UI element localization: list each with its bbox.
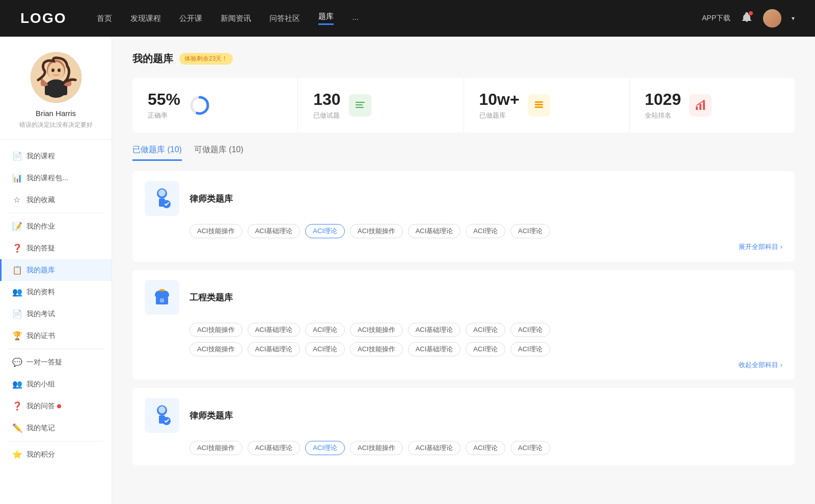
sidebar-item-certificate[interactable]: 🏆 我的证书 xyxy=(0,325,112,347)
content-area: 我的题库 体验剩余23天！ 55% 正确率 xyxy=(112,37,815,504)
tag-eng-9[interactable]: ACI基础理论 xyxy=(248,342,301,356)
sidebar-divider-2 xyxy=(8,349,103,349)
sidebar-item-package[interactable]: 📊 我的课程包... xyxy=(0,167,112,189)
tag-eng-3[interactable]: ACI理论 xyxy=(305,323,345,337)
svg-rect-24 xyxy=(160,298,164,302)
sidebar: Brian Harris 错误的决定比没有决定要好 📄 我的课程 📊 我的课程包… xyxy=(0,37,112,504)
sidebar-label-group: 我的小组 xyxy=(26,380,55,389)
tag-eng-14[interactable]: ACI理论 xyxy=(510,342,550,356)
nav-qa[interactable]: 问答社区 xyxy=(269,14,300,23)
tag-lawyer1-7[interactable]: ACI理论 xyxy=(510,224,550,238)
collapse-engineer[interactable]: 收起全部科目 › xyxy=(145,360,782,370)
sidebar-item-tutor[interactable]: 💬 一对一答疑 xyxy=(0,351,112,373)
tab-done-banks[interactable]: 已做题库 (10) xyxy=(132,145,182,161)
svg-point-4 xyxy=(58,69,61,72)
tag-lawyer2-6[interactable]: ACI理论 xyxy=(466,441,505,455)
tag-lawyer1-3[interactable]: ACI理论 xyxy=(305,224,345,238)
tag-eng-7[interactable]: ACI理论 xyxy=(510,323,550,337)
tag-eng-10[interactable]: ACI理论 xyxy=(305,342,345,356)
sidebar-item-notes[interactable]: ✏️ 我的笔记 xyxy=(0,417,112,439)
tag-lawyer2-2[interactable]: ACI基础理论 xyxy=(248,441,301,455)
course-icon: 📄 xyxy=(12,151,21,161)
page-title: 我的题库 xyxy=(132,52,173,66)
list-yellow-icon xyxy=(528,94,550,117)
tag-lawyer2-5[interactable]: ACI基础理论 xyxy=(408,441,461,455)
tag-lawyer1-4[interactable]: ACI技能操作 xyxy=(350,224,403,238)
qa-notification-dot xyxy=(57,404,61,408)
tag-lawyer1-5[interactable]: ACI基础理论 xyxy=(408,224,461,238)
tutor-icon: 💬 xyxy=(12,357,21,367)
profile-avatar xyxy=(31,52,82,103)
tag-lawyer2-4[interactable]: ACI技能操作 xyxy=(350,441,403,455)
notification-bell[interactable] xyxy=(741,11,753,25)
sidebar-label-questions: 我的答疑 xyxy=(26,244,55,253)
nav-more[interactable]: ··· xyxy=(352,14,359,23)
bank-title-lawyer-1: 律师类题库 xyxy=(189,193,233,205)
svg-rect-14 xyxy=(535,106,543,108)
tag-eng-2[interactable]: ACI基础理论 xyxy=(248,323,301,337)
tag-eng-1[interactable]: ACI技能操作 xyxy=(189,323,242,337)
tag-eng-12[interactable]: ACI基础理论 xyxy=(408,342,461,356)
sidebar-item-points[interactable]: ⭐ 我的积分 xyxy=(0,443,112,465)
profile-section: Brian Harris 错误的决定比没有决定要好 xyxy=(0,52,112,140)
svg-rect-17 xyxy=(703,102,705,110)
stat-done-questions-content: 130 已做试题 xyxy=(313,90,340,120)
stats-row: 55% 正确率 130 已做试题 xyxy=(132,78,795,132)
list-icon xyxy=(354,99,366,111)
tag-eng-6[interactable]: ACI理论 xyxy=(466,323,505,337)
bank-icon-lawyer-1 xyxy=(145,181,179,216)
tag-lawyer2-1[interactable]: ACI技能操作 xyxy=(189,441,242,455)
app-download-link[interactable]: APP下载 xyxy=(702,14,730,23)
svg-point-20 xyxy=(158,189,166,197)
rank-icon xyxy=(694,99,707,111)
sidebar-label-profile: 我的资料 xyxy=(26,288,55,297)
user-avatar[interactable] xyxy=(763,9,781,27)
notification-dot xyxy=(749,11,753,15)
nav-open[interactable]: 公开课 xyxy=(179,14,202,23)
sidebar-item-qa[interactable]: ❓ 我的问答 xyxy=(0,395,112,417)
tag-eng-4[interactable]: ACI技能操作 xyxy=(350,323,403,337)
sidebar-item-questions[interactable]: ❓ 我的答疑 xyxy=(0,237,112,259)
tag-lawyer1-1[interactable]: ACI技能操作 xyxy=(189,224,242,238)
bank-card-lawyer-2: 律师类题库 ACI技能操作 ACI基础理论 ACI理论 ACI技能操作 ACI基… xyxy=(132,388,795,465)
expand-lawyer-1[interactable]: 展开全部科目 › xyxy=(145,242,782,251)
stat-done-banks-value: 10w+ xyxy=(479,90,520,109)
nav-discover[interactable]: 发现课程 xyxy=(130,14,161,23)
sidebar-label-favorites: 我的收藏 xyxy=(26,195,55,205)
nav-home[interactable]: 首页 xyxy=(97,14,112,23)
sidebar-item-group[interactable]: 👥 我的小组 xyxy=(0,373,112,395)
nav-bank[interactable]: 题库 xyxy=(318,12,334,25)
tag-eng-11[interactable]: ACI技能操作 xyxy=(350,342,403,356)
tag-eng-13[interactable]: ACI理论 xyxy=(466,342,505,356)
tag-lawyer2-3[interactable]: ACI理论 xyxy=(305,441,345,455)
svg-rect-11 xyxy=(356,107,364,108)
group-icon: 👥 xyxy=(12,379,21,389)
tag-lawyer1-6[interactable]: ACI理论 xyxy=(466,224,505,238)
tab-available-banks[interactable]: 可做题库 (10) xyxy=(194,145,243,161)
user-menu-arrow[interactable]: ▾ xyxy=(792,15,795,22)
stat-done-banks-label: 已做题库 xyxy=(479,111,520,120)
tag-eng-8[interactable]: ACI技能操作 xyxy=(189,342,242,356)
sidebar-item-favorites[interactable]: ☆ 我的收藏 xyxy=(0,189,112,211)
notes-icon: ✏️ xyxy=(12,423,21,433)
tag-eng-5[interactable]: ACI基础理论 xyxy=(408,323,461,337)
bank-icon-engineer xyxy=(145,280,179,315)
sidebar-label-exam: 我的考试 xyxy=(26,310,55,319)
stat-done-banks-content: 10w+ 已做题库 xyxy=(479,90,520,120)
sidebar-item-bank[interactable]: 📋 我的题库 xyxy=(0,259,112,281)
stat-accuracy-label: 正确率 xyxy=(148,111,180,120)
logo: LOGO xyxy=(20,10,66,26)
points-icon: ⭐ xyxy=(12,450,21,459)
sidebar-item-course[interactable]: 📄 我的课程 xyxy=(0,145,112,167)
donut-chart xyxy=(188,94,211,117)
nav-news[interactable]: 新闻资讯 xyxy=(221,14,251,23)
sidebar-item-exam[interactable]: 📄 我的考试 xyxy=(0,303,112,325)
sidebar-item-profile[interactable]: 👥 我的资料 xyxy=(0,281,112,303)
tag-lawyer2-7[interactable]: ACI理论 xyxy=(510,441,550,455)
sidebar-item-homework[interactable]: 📝 我的作业 xyxy=(0,215,112,237)
tag-lawyer1-2[interactable]: ACI基础理论 xyxy=(248,224,301,238)
svg-rect-13 xyxy=(535,104,543,105)
profile-icon: 👥 xyxy=(12,287,21,297)
bank-icon: 📋 xyxy=(12,265,21,275)
navbar: LOGO 首页 发现课程 公开课 新闻资讯 问答社区 题库 ··· APP下载 … xyxy=(0,0,815,37)
